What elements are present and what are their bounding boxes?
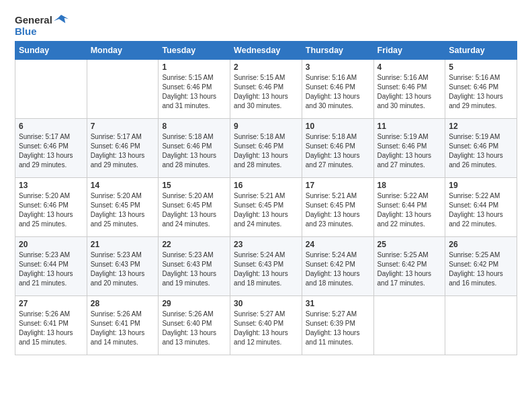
day-info: Sunrise: 5:21 AM Sunset: 6:45 PM Dayligh… bbox=[306, 191, 370, 229]
calendar-cell: 29Sunrise: 5:26 AM Sunset: 6:40 PM Dayli… bbox=[159, 296, 230, 355]
weekday-header-friday: Friday bbox=[373, 42, 445, 60]
day-info: Sunrise: 5:24 AM Sunset: 6:42 PM Dayligh… bbox=[306, 250, 370, 288]
day-number: 12 bbox=[449, 122, 513, 131]
day-info: Sunrise: 5:20 AM Sunset: 6:45 PM Dayligh… bbox=[162, 191, 226, 229]
calendar-cell: 2Sunrise: 5:15 AM Sunset: 6:46 PM Daylig… bbox=[230, 60, 302, 119]
day-number: 24 bbox=[306, 240, 370, 249]
day-number: 1 bbox=[162, 62, 226, 72]
day-number: 29 bbox=[162, 299, 226, 308]
day-info: Sunrise: 5:22 AM Sunset: 6:44 PM Dayligh… bbox=[378, 191, 442, 229]
day-info: Sunrise: 5:18 AM Sunset: 6:46 PM Dayligh… bbox=[234, 132, 298, 170]
day-info: Sunrise: 5:25 AM Sunset: 6:42 PM Dayligh… bbox=[449, 250, 513, 288]
day-info: Sunrise: 5:21 AM Sunset: 6:45 PM Dayligh… bbox=[234, 191, 298, 229]
day-info: Sunrise: 5:20 AM Sunset: 6:45 PM Dayligh… bbox=[91, 191, 155, 229]
day-info: Sunrise: 5:23 AM Sunset: 6:43 PM Dayligh… bbox=[91, 250, 155, 288]
day-number: 3 bbox=[306, 62, 370, 72]
calendar-cell: 27Sunrise: 5:26 AM Sunset: 6:41 PM Dayli… bbox=[15, 296, 87, 355]
day-number: 2 bbox=[234, 62, 298, 72]
weekday-header-thursday: Thursday bbox=[302, 42, 373, 60]
logo-blue-text: Blue bbox=[15, 26, 69, 37]
weekday-header-tuesday: Tuesday bbox=[159, 42, 230, 60]
calendar-cell: 14Sunrise: 5:20 AM Sunset: 6:45 PM Dayli… bbox=[87, 178, 159, 237]
calendar-week-row: 1Sunrise: 5:15 AM Sunset: 6:46 PM Daylig… bbox=[15, 60, 517, 119]
day-info: Sunrise: 5:22 AM Sunset: 6:44 PM Dayligh… bbox=[449, 191, 513, 229]
calendar-cell: 11Sunrise: 5:19 AM Sunset: 6:46 PM Dayli… bbox=[373, 119, 445, 178]
calendar-cell: 31Sunrise: 5:27 AM Sunset: 6:39 PM Dayli… bbox=[302, 296, 373, 355]
day-number: 4 bbox=[378, 62, 442, 72]
weekday-header-saturday: Saturday bbox=[445, 42, 517, 60]
page: General Blue SundayMondayTuesdayWednesda… bbox=[0, 0, 532, 411]
calendar-cell: 15Sunrise: 5:20 AM Sunset: 6:45 PM Dayli… bbox=[159, 178, 230, 237]
calendar-cell: 5Sunrise: 5:16 AM Sunset: 6:46 PM Daylig… bbox=[445, 60, 517, 119]
calendar-cell: 26Sunrise: 5:25 AM Sunset: 6:42 PM Dayli… bbox=[445, 237, 517, 296]
calendar-cell bbox=[87, 60, 159, 119]
day-info: Sunrise: 5:15 AM Sunset: 6:46 PM Dayligh… bbox=[234, 73, 298, 111]
calendar-cell: 25Sunrise: 5:25 AM Sunset: 6:42 PM Dayli… bbox=[373, 237, 445, 296]
day-number: 8 bbox=[162, 122, 226, 131]
day-number: 14 bbox=[91, 181, 155, 190]
calendar-cell: 8Sunrise: 5:18 AM Sunset: 6:46 PM Daylig… bbox=[159, 119, 230, 178]
calendar-week-row: 13Sunrise: 5:20 AM Sunset: 6:46 PM Dayli… bbox=[15, 178, 517, 237]
calendar-cell: 3Sunrise: 5:16 AM Sunset: 6:46 PM Daylig… bbox=[302, 60, 373, 119]
day-number: 30 bbox=[234, 299, 298, 308]
calendar-cell: 17Sunrise: 5:21 AM Sunset: 6:45 PM Dayli… bbox=[302, 178, 373, 237]
calendar-cell: 16Sunrise: 5:21 AM Sunset: 6:45 PM Dayli… bbox=[230, 178, 302, 237]
day-number: 26 bbox=[449, 240, 513, 249]
calendar-cell bbox=[445, 296, 517, 355]
day-info: Sunrise: 5:17 AM Sunset: 6:46 PM Dayligh… bbox=[19, 132, 83, 170]
day-number: 13 bbox=[19, 181, 83, 190]
calendar-table: SundayMondayTuesdayWednesdayThursdayFrid… bbox=[15, 41, 517, 355]
day-number: 27 bbox=[19, 299, 83, 308]
day-info: Sunrise: 5:19 AM Sunset: 6:46 PM Dayligh… bbox=[449, 132, 513, 170]
calendar-cell bbox=[373, 296, 445, 355]
calendar-week-row: 20Sunrise: 5:23 AM Sunset: 6:44 PM Dayli… bbox=[15, 237, 517, 296]
weekday-header-row: SundayMondayTuesdayWednesdayThursdayFrid… bbox=[15, 42, 517, 60]
day-number: 25 bbox=[378, 240, 442, 249]
day-info: Sunrise: 5:16 AM Sunset: 6:46 PM Dayligh… bbox=[449, 73, 513, 111]
day-info: Sunrise: 5:27 AM Sunset: 6:39 PM Dayligh… bbox=[306, 310, 370, 347]
calendar-cell: 19Sunrise: 5:22 AM Sunset: 6:44 PM Dayli… bbox=[445, 178, 517, 237]
day-info: Sunrise: 5:20 AM Sunset: 6:46 PM Dayligh… bbox=[19, 191, 83, 229]
day-info: Sunrise: 5:24 AM Sunset: 6:43 PM Dayligh… bbox=[234, 250, 298, 288]
day-info: Sunrise: 5:23 AM Sunset: 6:44 PM Dayligh… bbox=[19, 250, 83, 288]
calendar-cell: 30Sunrise: 5:27 AM Sunset: 6:40 PM Dayli… bbox=[230, 296, 302, 355]
calendar-cell: 6Sunrise: 5:17 AM Sunset: 6:46 PM Daylig… bbox=[15, 119, 87, 178]
day-number: 9 bbox=[234, 122, 298, 131]
weekday-header-monday: Monday bbox=[87, 42, 159, 60]
day-info: Sunrise: 5:23 AM Sunset: 6:43 PM Dayligh… bbox=[162, 250, 226, 288]
calendar-cell: 24Sunrise: 5:24 AM Sunset: 6:42 PM Dayli… bbox=[302, 237, 373, 296]
weekday-header-sunday: Sunday bbox=[15, 42, 87, 60]
calendar-cell: 9Sunrise: 5:18 AM Sunset: 6:46 PM Daylig… bbox=[230, 119, 302, 178]
calendar-cell: 18Sunrise: 5:22 AM Sunset: 6:44 PM Dayli… bbox=[373, 178, 445, 237]
day-number: 28 bbox=[91, 299, 155, 308]
calendar-cell: 7Sunrise: 5:17 AM Sunset: 6:46 PM Daylig… bbox=[87, 119, 159, 178]
day-number: 17 bbox=[306, 181, 370, 190]
calendar-cell: 1Sunrise: 5:15 AM Sunset: 6:46 PM Daylig… bbox=[159, 60, 230, 119]
day-info: Sunrise: 5:17 AM Sunset: 6:46 PM Dayligh… bbox=[91, 132, 155, 170]
day-info: Sunrise: 5:19 AM Sunset: 6:46 PM Dayligh… bbox=[378, 132, 442, 170]
day-info: Sunrise: 5:15 AM Sunset: 6:46 PM Dayligh… bbox=[162, 73, 226, 111]
day-number: 7 bbox=[91, 122, 155, 131]
day-number: 21 bbox=[91, 240, 155, 249]
day-info: Sunrise: 5:26 AM Sunset: 6:41 PM Dayligh… bbox=[19, 310, 83, 347]
day-info: Sunrise: 5:26 AM Sunset: 6:40 PM Dayligh… bbox=[162, 310, 226, 347]
day-number: 23 bbox=[234, 240, 298, 249]
day-number: 15 bbox=[162, 181, 226, 190]
day-info: Sunrise: 5:16 AM Sunset: 6:46 PM Dayligh… bbox=[306, 73, 370, 111]
day-number: 6 bbox=[19, 122, 83, 131]
day-number: 10 bbox=[306, 122, 370, 131]
day-info: Sunrise: 5:27 AM Sunset: 6:40 PM Dayligh… bbox=[234, 310, 298, 347]
day-number: 22 bbox=[162, 240, 226, 249]
day-number: 20 bbox=[19, 240, 83, 249]
calendar-week-row: 6Sunrise: 5:17 AM Sunset: 6:46 PM Daylig… bbox=[15, 119, 517, 178]
day-number: 31 bbox=[306, 299, 370, 308]
logo-general-text: General bbox=[15, 14, 52, 26]
calendar-week-row: 27Sunrise: 5:26 AM Sunset: 6:41 PM Dayli… bbox=[15, 296, 517, 355]
day-info: Sunrise: 5:18 AM Sunset: 6:46 PM Dayligh… bbox=[162, 132, 226, 170]
svg-marker-0 bbox=[54, 15, 69, 24]
logo-bird-icon bbox=[54, 12, 69, 27]
calendar-cell: 21Sunrise: 5:23 AM Sunset: 6:43 PM Dayli… bbox=[87, 237, 159, 296]
day-number: 18 bbox=[378, 181, 442, 190]
calendar-cell: 22Sunrise: 5:23 AM Sunset: 6:43 PM Dayli… bbox=[159, 237, 230, 296]
day-number: 16 bbox=[234, 181, 298, 190]
